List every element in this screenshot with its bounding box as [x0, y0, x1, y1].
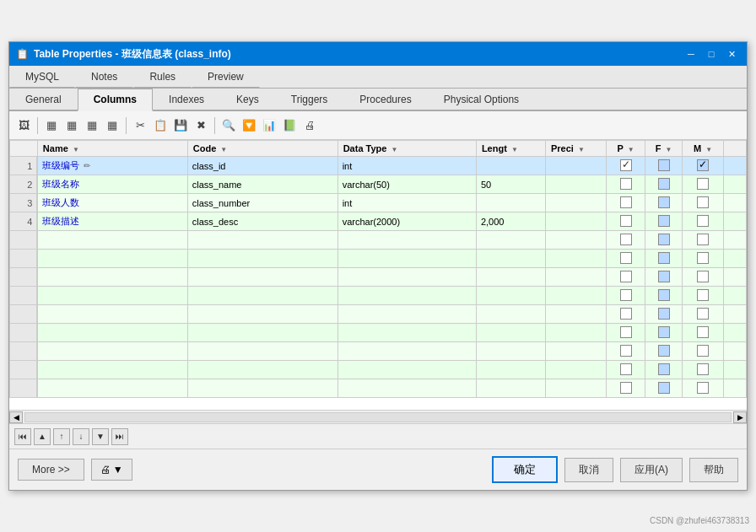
table-row-empty[interactable]	[10, 231, 747, 250]
toolbar-grid4-btn[interactable]: ▦	[103, 116, 122, 135]
cell-datatype-3[interactable]: int	[338, 194, 476, 212]
checkbox-p-2[interactable]	[620, 178, 632, 190]
th-p[interactable]: P ▼	[607, 141, 645, 157]
apply-button[interactable]: 应用(A)	[620, 458, 683, 482]
cell-m-1[interactable]	[683, 157, 723, 175]
checkbox-p-1[interactable]	[620, 159, 632, 171]
checkbox-f-4[interactable]	[658, 215, 670, 227]
toolbar-paste-btn[interactable]: 💾	[171, 116, 190, 135]
horizontal-scrollbar[interactable]	[24, 412, 732, 422]
toolbar-cut-btn[interactable]: ✂	[131, 116, 149, 135]
checkbox-m-1[interactable]	[697, 159, 709, 171]
cell-precision-2[interactable]	[545, 175, 606, 194]
cell-f-1[interactable]	[645, 157, 683, 175]
cell-m-2[interactable]	[683, 175, 723, 194]
tab-keys[interactable]: Keys	[220, 89, 275, 110]
grid-wrapper[interactable]: Name ▼ Code ▼ Data Type ▼ Lengt ▼ Preci …	[9, 140, 747, 410]
table-row-empty[interactable]	[10, 342, 747, 361]
cell-name-3[interactable]: 班级人数	[37, 194, 187, 212]
th-length[interactable]: Lengt ▼	[476, 141, 545, 157]
toolbar-filter-btn[interactable]: 🔽	[240, 116, 258, 135]
cell-length-1[interactable]	[476, 157, 545, 175]
cell-m-4[interactable]	[683, 212, 723, 231]
cell-precision-3[interactable]	[545, 194, 606, 212]
table-row[interactable]: 4 班级描述 class_desc varchar(2000) 2,000	[10, 212, 747, 231]
scroll-right-btn[interactable]: ▶	[733, 411, 747, 423]
tab-triggers[interactable]: Triggers	[275, 89, 344, 110]
print-dropdown-btn[interactable]: 🖨 ▼	[91, 459, 132, 481]
toolbar-search-btn[interactable]: 🔍	[219, 116, 238, 135]
cell-code-1[interactable]: class_id	[187, 157, 338, 175]
confirm-button[interactable]: 确定	[492, 456, 558, 483]
checkbox-p-4[interactable]	[620, 215, 632, 227]
toolbar-grid2-btn[interactable]: ▦	[62, 116, 81, 135]
minimize-button[interactable]: ─	[683, 46, 699, 62]
tab-preview[interactable]: Preview	[192, 66, 260, 88]
table-row-empty[interactable]	[10, 287, 747, 305]
tab-indexes[interactable]: Indexes	[153, 89, 220, 110]
checkbox-f-1[interactable]	[658, 159, 670, 171]
cell-length-4[interactable]: 2,000	[476, 212, 545, 231]
cell-p-3[interactable]	[607, 194, 645, 212]
cell-name-1[interactable]: 班级编号 ✏	[37, 157, 187, 175]
table-row-empty[interactable]	[10, 379, 747, 398]
toolbar-chart-btn[interactable]: 📊	[260, 116, 278, 135]
tab-general[interactable]: General	[9, 89, 78, 110]
cell-p-4[interactable]	[607, 212, 645, 231]
cell-length-3[interactable]	[476, 194, 545, 212]
cell-precision-1[interactable]	[545, 157, 606, 175]
scroll-left-btn[interactable]: ◀	[9, 411, 23, 423]
checkbox-f-2[interactable]	[658, 178, 670, 190]
toolbar-image-btn[interactable]: 🖼	[14, 116, 33, 135]
cell-code-3[interactable]: class_number	[187, 194, 338, 212]
help-button[interactable]: 帮助	[689, 458, 738, 482]
close-button[interactable]: ✕	[723, 46, 740, 62]
checkbox-m-4[interactable]	[697, 215, 709, 227]
table-row-empty[interactable]	[10, 361, 747, 379]
cell-name-2[interactable]: 班级名称	[37, 175, 187, 194]
tab-columns[interactable]: Columns	[78, 89, 153, 111]
th-m[interactable]: M ▼	[683, 141, 723, 157]
cell-f-3[interactable]	[645, 194, 683, 212]
cell-f-2[interactable]	[645, 175, 683, 194]
tab-notes[interactable]: Notes	[75, 66, 133, 88]
checkbox-p-3[interactable]	[620, 196, 632, 208]
cell-length-2[interactable]: 50	[476, 175, 545, 194]
table-row[interactable]: 2 班级名称 class_name varchar(50) 50	[10, 175, 747, 194]
tab-physical-options[interactable]: Physical Options	[428, 89, 535, 110]
checkbox-m-3[interactable]	[697, 196, 709, 208]
th-name[interactable]: Name ▼	[37, 141, 187, 157]
cell-precision-4[interactable]	[545, 212, 606, 231]
cell-code-2[interactable]: class_name	[187, 175, 338, 194]
checkbox-m-2[interactable]	[697, 178, 709, 190]
toolbar-copy-btn[interactable]: 📋	[151, 116, 170, 135]
toolbar-grid1-btn[interactable]: ▦	[42, 116, 61, 135]
cell-p-2[interactable]	[607, 175, 645, 194]
toolbar-print-btn[interactable]: 🖨	[300, 116, 319, 135]
checkbox-f-3[interactable]	[658, 196, 670, 208]
nav-first-btn[interactable]: ⏮	[14, 428, 31, 445]
tab-procedures[interactable]: Procedures	[343, 89, 427, 110]
table-row-empty[interactable]	[10, 268, 747, 287]
toolbar-excel-btn[interactable]: 📗	[280, 116, 299, 135]
tab-rules[interactable]: Rules	[133, 66, 192, 88]
th-code[interactable]: Code ▼	[187, 141, 338, 157]
th-datatype[interactable]: Data Type ▼	[338, 141, 476, 157]
tab-mysql[interactable]: MySQL	[9, 66, 75, 88]
th-precision[interactable]: Preci ▼	[545, 141, 606, 157]
cell-datatype-1[interactable]: int	[338, 157, 476, 175]
cell-datatype-2[interactable]: varchar(50)	[338, 175, 476, 194]
toolbar-delete-btn[interactable]: ✖	[192, 116, 210, 135]
cell-p-1[interactable]	[607, 157, 645, 175]
nav-next-btn[interactable]: ▼	[92, 428, 109, 445]
more-button[interactable]: More >>	[18, 459, 84, 481]
table-row-empty[interactable]	[10, 324, 747, 342]
maximize-button[interactable]: □	[703, 46, 720, 62]
table-row[interactable]: 3 班级人数 class_number int	[10, 194, 747, 212]
nav-down-btn[interactable]: ↓	[73, 428, 89, 445]
cell-code-4[interactable]: class_desc	[187, 212, 338, 231]
cell-m-3[interactable]	[683, 194, 723, 212]
nav-prev-btn[interactable]: ▲	[34, 428, 51, 445]
table-row[interactable]: 1 班级编号 ✏ class_id int	[10, 157, 747, 175]
nav-last-btn[interactable]: ⏭	[111, 428, 128, 445]
